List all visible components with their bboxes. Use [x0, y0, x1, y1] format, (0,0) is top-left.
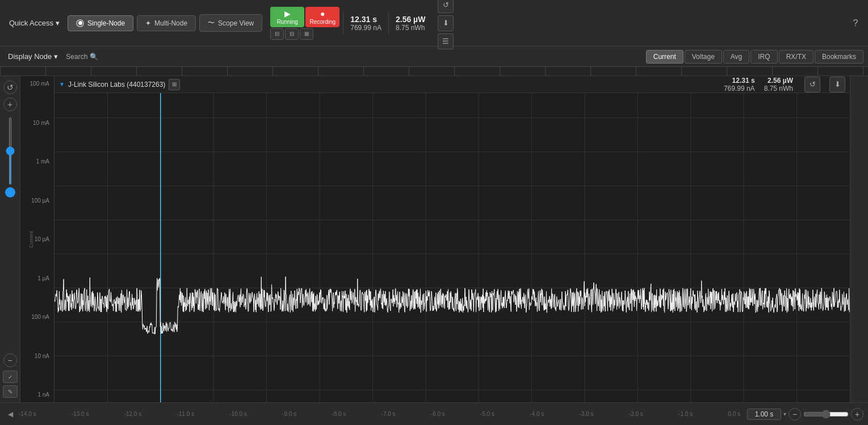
- x-tick-8: -6.0 s: [431, 411, 445, 417]
- display-node-chevron: ▾: [54, 52, 58, 61]
- chart-energy-val: 8.75 nWh: [764, 85, 793, 92]
- y-label-100ua: 100 µA: [23, 197, 52, 204]
- tab-irq[interactable]: IRQ: [750, 50, 777, 64]
- chart-undo-button[interactable]: ↺: [804, 77, 820, 92]
- zoom-in-h-button[interactable]: +: [851, 408, 863, 420]
- chart-save-button[interactable]: ⬇: [829, 77, 845, 92]
- search-label: Search: [66, 53, 87, 61]
- secondary-toolbar: Display Node ▾ Search 🔍 Current Voltage …: [0, 47, 868, 67]
- scope-view-button[interactable]: 〜 Scope View: [199, 14, 262, 32]
- tab-bookmarks[interactable]: Bookmarks: [815, 50, 863, 64]
- scope-icon: 〜: [208, 18, 215, 28]
- zoom-slider-container: [5, 115, 15, 350]
- search-container[interactable]: Search 🔍: [66, 53, 98, 61]
- multi-node-button[interactable]: ✦ Multi-Node: [137, 15, 196, 31]
- quick-access-label: Quick Access: [9, 19, 53, 27]
- right-panel: [850, 76, 868, 402]
- y-label-10ma: 10 mA: [23, 120, 52, 126]
- chart-current-val: 769.99 nA: [724, 85, 755, 92]
- y-label-10ua: 10 µA: [23, 236, 52, 242]
- left-sidebar: ↺ + − ✓ ✎: [0, 76, 20, 402]
- single-node-button[interactable]: Single-Node: [68, 15, 133, 31]
- tab-rxtx[interactable]: RX/TX: [779, 50, 814, 64]
- tab-avg[interactable]: Avg: [723, 50, 749, 64]
- list-button[interactable]: ☰: [438, 33, 454, 49]
- recording-button[interactable]: ● Recording: [305, 7, 339, 27]
- x-tick-7: -7.0 s: [381, 411, 396, 417]
- main-toolbar: Quick Access ▾ Single-Node ✦ Multi-Node …: [0, 0, 868, 47]
- scope-view-label: Scope View: [218, 19, 254, 27]
- search-icon: 🔍: [90, 53, 98, 61]
- time-zoom-slider[interactable]: [803, 410, 849, 419]
- x-tick-4: -10.0 s: [229, 411, 247, 417]
- y-axis-title: Current: [28, 230, 34, 247]
- x-tick-13: -1.0 s: [678, 411, 693, 417]
- display-node-button[interactable]: Display Node ▾: [5, 51, 61, 62]
- multi-node-icon: ✦: [145, 19, 151, 27]
- energy-value: 8.75 nWh: [396, 24, 425, 32]
- time-window-value: 1.00 s: [747, 409, 781, 420]
- expand-chart-button[interactable]: ⊞: [169, 79, 180, 90]
- x-tick-10: -4.0 s: [530, 411, 544, 417]
- tab-voltage[interactable]: Voltage: [685, 50, 722, 64]
- chart-stats-right: 12.31 s 769.99 nA 2.56 µW 8.75 nWh ↺ ⬇: [724, 77, 845, 92]
- x-tick-5: -9.0 s: [282, 411, 296, 417]
- quick-access-button[interactable]: Quick Access ▾: [5, 16, 64, 30]
- chevron-down-icon: ▾: [56, 19, 60, 27]
- zoom-in-button[interactable]: +: [3, 98, 17, 111]
- record-icon: ●: [320, 9, 325, 18]
- zoom-out-h-button[interactable]: −: [789, 408, 801, 420]
- scroll-left-button[interactable]: ◀: [5, 409, 16, 419]
- ruler-ticks: [0, 67, 868, 75]
- y-label-1ma: 1 mA: [23, 158, 52, 165]
- help-icon: ?: [853, 18, 858, 28]
- zoom-out-button[interactable]: −: [3, 354, 17, 367]
- tab-current[interactable]: Current: [646, 50, 684, 64]
- bottom-icons: ✓ ✎: [3, 371, 18, 402]
- x-tick-3: -11.0 s: [177, 411, 194, 417]
- power-stat: 2.56 µW 8.75 nWh: [388, 12, 432, 34]
- node-triangle-icon: ▼: [59, 81, 65, 87]
- chart-time-stat: 12.31 s 769.99 nA: [724, 77, 755, 92]
- x-tick-2: -12.0 s: [124, 411, 142, 417]
- undo-button[interactable]: ↺: [438, 0, 454, 13]
- y-label-10na: 10 nA: [23, 353, 52, 359]
- extra-icon[interactable]: ⊠: [300, 28, 313, 40]
- time-arrow-down[interactable]: ▾: [783, 411, 786, 417]
- zoom-dot: [5, 187, 15, 197]
- time-stat: 12.31 s 769.99 nA: [343, 12, 388, 34]
- x-tick-14: 0.0 s: [728, 411, 740, 417]
- node-name: J-Link Silicon Labs (440137263): [68, 81, 165, 89]
- save-button[interactable]: ⬇: [438, 15, 454, 31]
- reset-zoom-button[interactable]: ↺: [3, 81, 17, 94]
- bottom-bar: ◀ -14.0 s -13.0 s -12.0 s -11.0 s -10.0 …: [0, 402, 868, 425]
- play-icon: ▶: [284, 9, 291, 18]
- x-tick-11: -3.0 s: [580, 411, 594, 417]
- y-label-100ma: 100 mA: [23, 81, 52, 87]
- toolbar-right-icons: ↺ ⬇ ☰: [438, 0, 454, 49]
- chart-power-val: 2.56 µW: [768, 77, 793, 85]
- x-tick-0: -14.0 s: [19, 411, 36, 417]
- zoom-slider[interactable]: [9, 117, 11, 185]
- chart-power-stat: 2.56 µW 8.75 nWh: [764, 77, 793, 92]
- running-label: Running: [277, 19, 298, 25]
- chart-svg: [54, 93, 850, 402]
- y-label-1ua: 1 µA: [23, 275, 52, 281]
- y-axis: Current 100 mA 10 mA 1 mA 100 µA 10 µA 1…: [20, 76, 54, 402]
- chart-svg-container: [54, 93, 850, 402]
- checkmark-icon-btn[interactable]: ✓: [3, 371, 18, 383]
- time-ruler: [0, 67, 868, 76]
- x-tick-9: -5.0 s: [480, 411, 494, 417]
- stats-panel: 12.31 s 769.99 nA 2.56 µW 8.75 nWh: [343, 12, 432, 34]
- pencil-icon-btn[interactable]: ✎: [3, 385, 18, 398]
- minimize-rec-icon[interactable]: ⊟: [285, 28, 299, 40]
- display-node-label: Display Node: [8, 52, 52, 61]
- chart-time-val: 12.31 s: [732, 77, 755, 85]
- help-button[interactable]: ?: [848, 15, 863, 31]
- x-tick-1: -13.0 s: [72, 411, 89, 417]
- chart-area[interactable]: ▼ J-Link Silicon Labs (440137263) ⊞ 12.3…: [54, 76, 850, 402]
- x-axis-ticks: -14.0 s -13.0 s -12.0 s -11.0 s -10.0 s …: [19, 411, 740, 417]
- running-button[interactable]: ▶ Running: [270, 7, 304, 27]
- time-window-control: 1.00 s ▾ − +: [747, 408, 863, 420]
- minimize-run-icon[interactable]: ⊟: [270, 28, 284, 40]
